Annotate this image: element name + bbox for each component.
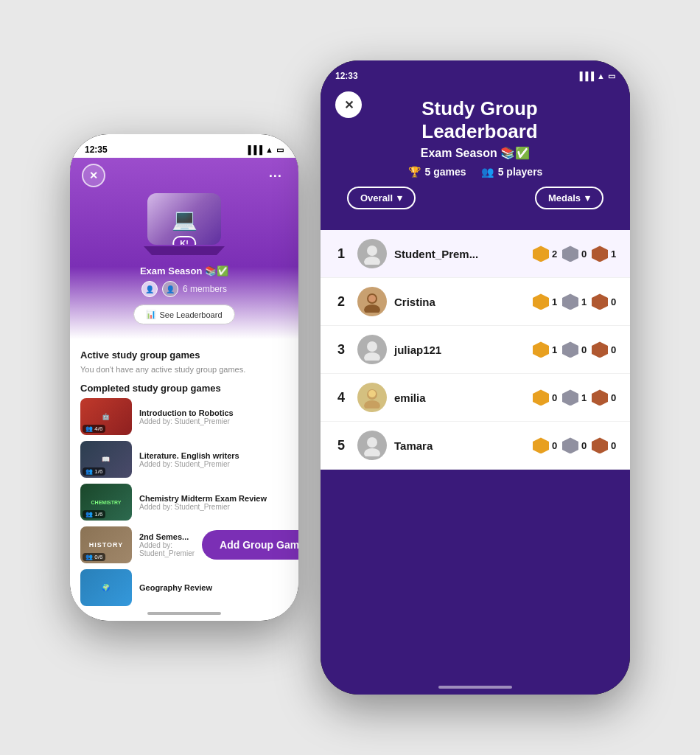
left-home-indicator xyxy=(147,612,221,615)
overall-filter-button[interactable]: Overall ▾ xyxy=(347,187,416,209)
right-screen: 12:33 ▐▐▐ ▲ ▭ ✕ Study Group Leaderboard … xyxy=(321,60,630,695)
medals-row-5: 0 0 0 xyxy=(533,437,618,453)
game-list: 🤖 👥 4/6 Introduction to Robotics Added b… xyxy=(80,398,288,606)
right-home-indicator xyxy=(438,686,512,689)
game-info-robotics: Introduction to Robotics Added by: Stude… xyxy=(139,408,288,425)
active-section-empty: You don't have any active study group ga… xyxy=(80,365,288,374)
right-status-icons: ▐▐▐ ▲ ▭ xyxy=(577,72,615,81)
left-status-bar: 12:35 ▐▐▐ ▲ ▭ xyxy=(70,134,298,158)
game-item-history[interactable]: HISTORY 👥 0/6 2nd Semes... Added by: Stu… xyxy=(80,526,288,563)
right-status-bar: 12:33 ▐▐▐ ▲ ▭ xyxy=(321,60,630,84)
silver-medal-3 xyxy=(562,341,578,358)
players-icon: 👥 xyxy=(481,166,494,178)
silver-medal-2 xyxy=(562,293,578,310)
silver-medal-5 xyxy=(562,437,578,453)
lb-row-1[interactable]: 1 Student_Prem... 2 0 1 xyxy=(321,230,630,278)
game-thumb-chemistry: CHEMISTRY 👥 1/6 xyxy=(80,484,132,521)
game-info-chemistry: Chemistry Midterm Exam Review Added by: … xyxy=(139,494,288,511)
left-content: Active study group games You don't have … xyxy=(70,339,298,616)
lb-row-5[interactable]: 5 Tamara 0 0 0 xyxy=(321,422,630,470)
gold-medal-2 xyxy=(533,293,549,310)
lb-filters: Overall ▾ Medals ▾ xyxy=(335,187,615,209)
game-item-chemistry[interactable]: CHEMISTRY 👥 1/6 Chemistry Midterm Exam R… xyxy=(80,484,288,521)
right-close-button[interactable]: ✕ xyxy=(335,91,362,118)
close-button[interactable]: ✕ xyxy=(82,164,105,187)
silver-medal-4 xyxy=(562,389,578,406)
group-name: Exam Season 📚✅ xyxy=(140,265,228,276)
left-top-actions: ✕ ⋯ xyxy=(70,158,298,187)
svg-point-3 xyxy=(364,305,380,313)
player-badge-1: 👥 4/6 xyxy=(83,425,105,433)
svg-point-1 xyxy=(364,257,380,265)
game-item-geography[interactable]: 🌍 Geography Review xyxy=(80,569,288,606)
leaderboard-icon: 📊 xyxy=(146,310,156,319)
member-avatar-2: 👤 xyxy=(162,281,178,297)
lb-avatar-1 xyxy=(357,239,387,268)
player-badge-3: 👥 1/6 xyxy=(83,510,105,518)
more-options-button[interactable]: ⋯ xyxy=(263,164,287,187)
game-thumb-robotics: 🤖 👥 4/6 xyxy=(80,398,132,435)
banner-image: 💻 K! xyxy=(147,193,221,245)
medals-row-1: 2 0 1 xyxy=(533,246,618,262)
right-time: 12:33 xyxy=(335,71,358,81)
chevron-down-icon-2: ▾ xyxy=(585,192,590,203)
see-leaderboard-button[interactable]: 📊 See Leaderboard xyxy=(133,305,234,324)
active-section-title: Active study group games xyxy=(80,349,288,361)
leaderboard-list: 1 Student_Prem... 2 0 1 2 xyxy=(321,230,630,470)
battery-icon: ▭ xyxy=(276,145,284,155)
lb-stats: 🏆 5 games 👥 5 players xyxy=(335,166,615,178)
lb-row-4[interactable]: 4 emilia 0 1 0 xyxy=(321,374,630,422)
left-header: ✕ ⋯ 💻 K! Exam Season 📚✅ 👤 👤 6 members xyxy=(70,158,298,339)
player-badge-4: 👥 0/6 xyxy=(83,553,105,561)
svg-point-9 xyxy=(364,400,380,408)
game-info-literature: Literature. English writers Added by: St… xyxy=(139,451,288,468)
chevron-down-icon: ▾ xyxy=(397,192,402,203)
svg-point-4 xyxy=(368,295,376,302)
right-phone: 12:33 ▐▐▐ ▲ ▭ ✕ Study Group Leaderboard … xyxy=(321,60,630,695)
bronze-medal-1 xyxy=(592,246,608,262)
members-count: 6 members xyxy=(183,284,227,294)
k-badge: K! xyxy=(172,236,196,245)
right-signal-icon: ▐▐▐ xyxy=(577,72,594,80)
lb-row-2[interactable]: 2 Cristina 1 1 0 xyxy=(321,278,630,326)
trophy-icon: 🏆 xyxy=(408,166,421,178)
group-banner: 💻 K! Exam Season 📚✅ 👤 👤 6 members 📊 See … xyxy=(70,187,298,324)
game-thumb-history: HISTORY 👥 0/6 xyxy=(80,526,132,563)
gold-medal-4 xyxy=(533,389,549,406)
svg-point-6 xyxy=(364,352,380,361)
completed-section-title: Completed study group games xyxy=(80,383,288,394)
svg-point-0 xyxy=(367,246,377,256)
lb-group-name: Exam Season 📚✅ xyxy=(335,146,615,160)
medals-row-4: 0 1 0 xyxy=(533,389,618,406)
right-wifi-icon: ▲ xyxy=(597,72,605,80)
game-item-robotics[interactable]: 🤖 👥 4/6 Introduction to Robotics Added b… xyxy=(80,398,288,435)
medals-filter-button[interactable]: Medals ▾ xyxy=(535,187,603,209)
bronze-medal-3 xyxy=(592,341,608,358)
medals-row-2: 1 1 0 xyxy=(533,293,618,310)
gold-medal-1 xyxy=(533,246,549,262)
svg-point-5 xyxy=(367,341,377,352)
svg-point-10 xyxy=(367,437,377,448)
add-group-game-button[interactable]: Add Group Game xyxy=(202,530,298,560)
game-info-history: 2nd Semes... Added by: Student_Premier xyxy=(139,532,195,557)
game-info-geography: Geography Review xyxy=(139,583,288,592)
bronze-medal-5 xyxy=(592,437,608,453)
lb-avatar-4 xyxy=(357,383,387,412)
lb-row-3[interactable]: 3 juliap121 1 0 0 xyxy=(321,326,630,374)
leaderboard-title: Study Group Leaderboard xyxy=(371,97,589,143)
silver-medal-1 xyxy=(562,246,578,262)
gold-medal-3 xyxy=(533,341,549,358)
left-time: 12:35 xyxy=(85,145,108,155)
svg-point-8 xyxy=(368,390,376,397)
laptop-emoji: 💻 xyxy=(172,207,197,232)
lb-players-count: 👥 5 players xyxy=(481,166,543,178)
members-row: 👤 👤 6 members xyxy=(141,281,227,297)
game-thumb-literature: 📖 👥 1/6 xyxy=(80,441,132,478)
right-battery-icon: ▭ xyxy=(608,72,615,81)
svg-point-11 xyxy=(364,448,380,456)
lb-avatar-2 xyxy=(357,287,387,316)
ribbon-decoration xyxy=(144,246,225,255)
lb-avatar-5 xyxy=(357,431,387,460)
player-badge-2: 👥 1/6 xyxy=(83,467,105,476)
game-item-literature[interactable]: 📖 👥 1/6 Literature. English writers Adde… xyxy=(80,441,288,478)
